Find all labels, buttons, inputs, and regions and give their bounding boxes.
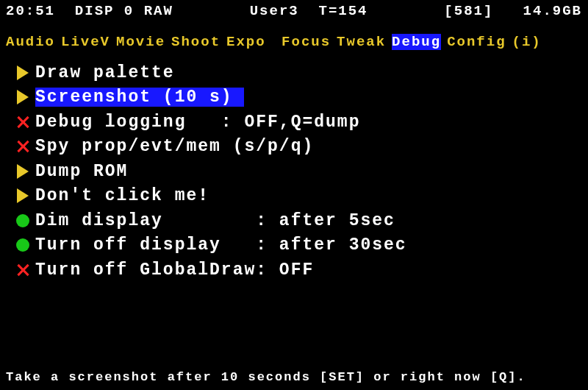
menu-item[interactable]: Turn off display : after 30sec (15, 233, 588, 258)
menu-item-label: Dim display : after 5sec (35, 211, 395, 230)
status-free: 14.9GB (523, 3, 582, 18)
status-user: User3 (250, 3, 299, 18)
tab-audio[interactable]: Audio (6, 34, 55, 50)
tab-expo[interactable]: Expo (226, 34, 276, 50)
tab-config[interactable]: Config (447, 34, 506, 50)
menu-item-label: Turn off display : after 30sec (35, 235, 407, 255)
help-text: Take a screenshot after 10 seconds [SET]… (0, 367, 588, 387)
menu-item[interactable]: Turn off GlobalDraw: OFF (15, 258, 588, 283)
tab-focus[interactable]: Focus (282, 34, 331, 50)
menu-item[interactable]: Dim display : after 5sec (15, 208, 588, 233)
triangle-icon (15, 163, 31, 180)
status-time: 20:51 (6, 3, 55, 18)
tab-tweak[interactable]: Tweak (337, 34, 386, 50)
status-disp: DISP 0 RAW (75, 3, 173, 18)
tab-shoot[interactable]: Shoot (171, 34, 220, 50)
menu-item-label: Debug logging : OFF,Q=dump (35, 113, 360, 132)
tab-bar: AudioLiveVMovieShootExpo FocusTweakDebug… (0, 21, 588, 60)
dot-icon (15, 213, 31, 229)
tab-debug[interactable]: Debug (392, 34, 441, 50)
dot-icon (15, 237, 31, 253)
tab-livev[interactable]: LiveV (61, 34, 110, 50)
status-t: T=154 (319, 3, 368, 18)
menu-item-label: Screenshot (10 s) (35, 88, 244, 107)
menu-list: Draw paletteScreenshot (10 s) Debug logg… (0, 60, 588, 283)
menu-item[interactable]: Draw palette (15, 60, 588, 85)
menu-item-label: Don't click me! (35, 186, 209, 205)
menu-item[interactable]: Don't click me! (15, 184, 588, 209)
triangle-icon (15, 188, 31, 204)
status-num: [581] (444, 3, 493, 18)
tab-movie[interactable]: Movie (116, 34, 165, 50)
menu-item-label: Spy prop/evt/mem (s/p/q) (35, 137, 314, 156)
menu-item-label: Draw palette (35, 63, 175, 82)
menu-item[interactable]: Debug logging : OFF,Q=dump (15, 110, 588, 135)
x-icon (15, 138, 31, 155)
menu-item-label: Dump ROM (35, 162, 128, 181)
status-bar: 20:51 DISP 0 RAW User3 T=154 [581] 14.9G… (0, 0, 588, 21)
triangle-icon (15, 89, 31, 105)
x-icon (15, 114, 31, 130)
tab-i[interactable]: (i) (512, 34, 542, 50)
menu-item-label: Turn off GlobalDraw: OFF (35, 260, 314, 280)
menu-item[interactable]: Spy prop/evt/mem (s/p/q) (15, 135, 588, 160)
x-icon (15, 262, 31, 278)
menu-item[interactable]: Dump ROM (15, 159, 588, 184)
triangle-icon (15, 65, 31, 81)
menu-item[interactable]: Screenshot (10 s) (15, 85, 588, 110)
